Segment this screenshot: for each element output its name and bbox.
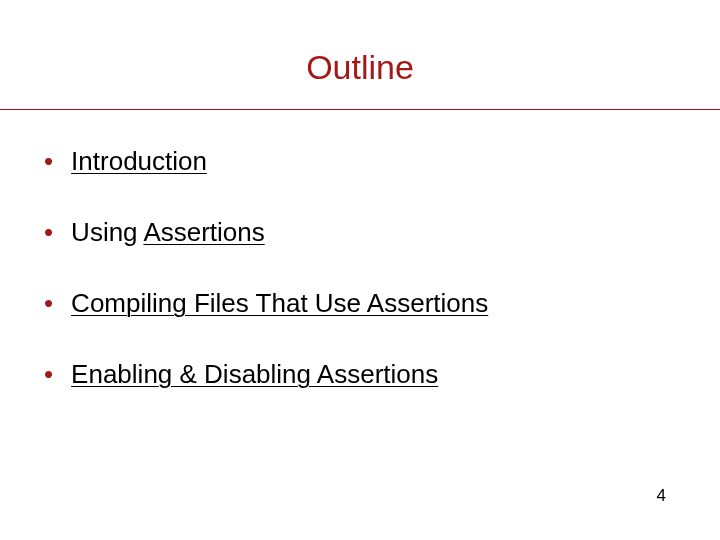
outline-item: •Compiling Files That Use Assertions [44, 288, 676, 319]
outline-item-text: Compiling Files That Use Assertions [71, 288, 488, 319]
bullet-icon: • [44, 219, 53, 245]
outline-item: •Using Assertions [44, 217, 676, 248]
bullet-icon: • [44, 361, 53, 387]
bullet-icon: • [44, 148, 53, 174]
outline-item-text: Introduction [71, 146, 207, 177]
outline-text: Using [71, 217, 143, 247]
outline-link[interactable]: Introduction [71, 146, 207, 176]
outline-list: •Introduction•Using Assertions•Compiling… [0, 110, 720, 390]
outline-item: •Introduction [44, 146, 676, 177]
slide: Outline •Introduction•Using Assertions•C… [0, 0, 720, 540]
outline-item-text: Enabling & Disabling Assertions [71, 359, 438, 390]
outline-link[interactable]: Enabling & Disabling Assertions [71, 359, 438, 389]
outline-item-text: Using Assertions [71, 217, 265, 248]
outline-item: •Enabling & Disabling Assertions [44, 359, 676, 390]
slide-title: Outline [0, 0, 720, 109]
page-number: 4 [657, 486, 666, 506]
outline-link[interactable]: Assertions [143, 217, 264, 247]
bullet-icon: • [44, 290, 53, 316]
outline-link[interactable]: Compiling Files That Use Assertions [71, 288, 488, 318]
